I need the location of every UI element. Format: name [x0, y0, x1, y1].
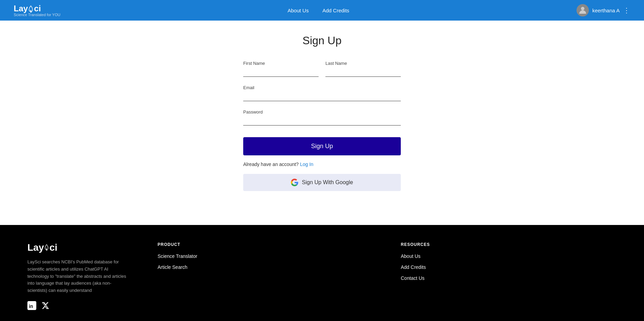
login-link[interactable]: Log In [300, 162, 313, 167]
footer-science-translator: Science Translator [158, 253, 373, 259]
nav-about-us[interactable]: About Us [288, 8, 309, 13]
username: keerthana A [592, 8, 620, 13]
password-input[interactable] [243, 117, 401, 126]
header-nav: About Us Add Credits [288, 8, 349, 13]
footer-resources-links: About Us Add Credits Contact Us [401, 253, 617, 281]
first-name-input[interactable] [243, 68, 319, 77]
last-name-label: Last Name [325, 61, 401, 66]
google-signup-button[interactable]: Sign Up With Google [243, 174, 401, 191]
footer-resources-heading: RESOURCES [401, 242, 617, 247]
article-search-link[interactable]: Article Search [158, 264, 187, 270]
svg-text:in: in [29, 304, 33, 309]
footer-product-col: PRODUCT Science Translator Article Searc… [158, 242, 373, 312]
contact-us-link[interactable]: Contact Us [401, 275, 424, 281]
header-user: keerthana A ⋮ [577, 4, 630, 16]
svg-point-2 [581, 7, 584, 10]
footer-resources-col: RESOURCES About Us Add Credits Contact U… [401, 242, 617, 312]
email-label: Email [243, 85, 401, 90]
footer-description: LaySci searches NCBI's PubMed database f… [27, 259, 130, 294]
email-group: Email [243, 85, 401, 101]
linkedin-icon[interactable]: in [27, 301, 36, 312]
signup-button[interactable]: Sign Up [243, 137, 401, 155]
footer-logo: Lay ci [27, 242, 130, 253]
first-name-label: First Name [243, 61, 319, 66]
logo-icon: Lay ci [14, 4, 41, 13]
footer: Lay ci LaySci searches NCBI's PubMed dat… [0, 225, 644, 321]
password-group: Password [243, 109, 401, 126]
footer-product-links: Science Translator Article Search [158, 253, 373, 270]
add-credits-link[interactable]: Add Credits [401, 264, 426, 270]
about-us-link[interactable]: About Us [401, 253, 421, 259]
footer-add-credits: Add Credits [401, 264, 617, 270]
signup-form: First Name Last Name Email Password Sign… [243, 61, 401, 191]
email-input[interactable] [243, 92, 401, 101]
password-label: Password [243, 109, 401, 115]
science-translator-link[interactable]: Science Translator [158, 253, 197, 259]
last-name-input[interactable] [325, 68, 401, 77]
page-title: Sign Up [302, 34, 342, 47]
last-name-group: Last Name [325, 61, 401, 77]
login-link-text: Already have an account? Log In [243, 162, 401, 167]
footer-article-search: Article Search [158, 264, 373, 270]
twitter-x-icon[interactable] [41, 301, 49, 311]
nav-add-credits[interactable]: Add Credits [322, 8, 349, 13]
first-name-group: First Name [243, 61, 319, 77]
google-g-icon [291, 179, 298, 186]
footer-contact-us: Contact Us [401, 275, 617, 281]
avatar [577, 4, 589, 16]
more-options-icon[interactable]: ⋮ [623, 6, 630, 14]
footer-brand: Lay ci LaySci searches NCBI's PubMed dat… [27, 242, 130, 312]
footer-about-us: About Us [401, 253, 617, 259]
footer-social: in [27, 301, 130, 312]
footer-product-heading: PRODUCT [158, 242, 373, 247]
header-logo: Lay ci Science Translated for YOU [14, 4, 60, 17]
name-row: First Name Last Name [243, 61, 401, 77]
logo-subtitle: Science Translated for YOU [14, 13, 60, 17]
